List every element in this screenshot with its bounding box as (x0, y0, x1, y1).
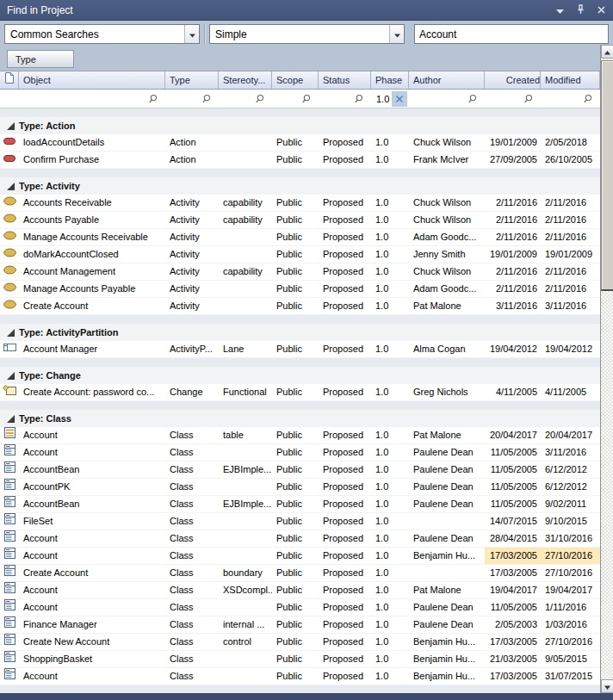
window-menu-button[interactable] (551, 3, 568, 18)
table-row[interactable]: AccountBeanClassEJBImple...PublicPropose… (0, 496, 600, 513)
table-row[interactable]: Manage Accounts PayableActivityPublicPro… (0, 281, 600, 298)
cell-status: Proposed (319, 651, 371, 667)
cell-stereotype (219, 599, 272, 616)
table-row[interactable]: AccountClassPublicProposed1.0Paulene Dea… (0, 530, 600, 548)
search-profile-combobox[interactable]: Simple (209, 24, 405, 44)
group-header[interactable]: Type: Action (0, 117, 600, 134)
filter-search-icon[interactable] (523, 94, 533, 103)
clear-phase-filter-button[interactable] (392, 91, 407, 107)
scrollbar-thumb[interactable] (601, 60, 613, 291)
column-header-icon[interactable] (0, 71, 19, 89)
phase-filter-value[interactable]: 1.0 (376, 94, 389, 104)
table-row[interactable]: Create AccountClassboundaryPublicPropose… (0, 565, 600, 582)
filter-cell-scope[interactable] (272, 90, 319, 108)
table-row[interactable]: Confirm PurchaseActionPublicProposed1.0F… (0, 152, 600, 169)
table-row[interactable]: AccountClassXSDcompl...PublicProposed1.0… (0, 582, 600, 599)
table-row[interactable]: AccountClasstablePublicProposed1.0Pat Ma… (0, 427, 600, 444)
group-header[interactable]: Type: Activity (0, 177, 600, 195)
filter-cell-created[interactable] (485, 90, 541, 108)
action-icon (3, 152, 15, 168)
table-row[interactable]: Account ManagementActivitycapabilityPubl… (0, 263, 600, 281)
cell-status: Proposed (319, 496, 371, 512)
cell-modified: 6/12/2012 (541, 479, 600, 495)
filter-cell-object[interactable] (19, 90, 165, 108)
group-header[interactable]: Type: ActivityPartition (0, 324, 600, 341)
column-header-created[interactable]: Created (485, 71, 541, 89)
table-row[interactable]: AccountBeanClassEJBImple...PublicPropose… (0, 462, 600, 479)
class-icon (4, 599, 15, 616)
filter-search-icon[interactable] (354, 94, 363, 103)
cell-status: Proposed (319, 444, 371, 461)
column-header-status[interactable]: Status (319, 71, 371, 89)
cell-author: Paulene Dean (409, 479, 485, 495)
cell-created: 11/05/2005 (485, 599, 541, 616)
cell-modified: 2/11/2016 (541, 281, 600, 297)
cell-status: Proposed (319, 565, 371, 581)
table-row[interactable]: Create AccountActivityPublicProposed1.0P… (0, 298, 600, 315)
column-header-scope[interactable]: Scope (272, 71, 319, 89)
group-by-chip-type[interactable]: Type (7, 50, 74, 68)
filter-search-icon[interactable] (255, 94, 264, 103)
filter-cell-type[interactable] (165, 90, 219, 108)
cell-stereotype (219, 548, 272, 564)
combo-dropdown-button[interactable] (389, 25, 404, 43)
cell-status: Proposed (319, 668, 371, 685)
table-row[interactable]: AccountClassPublicProposed1.0Benjamin Hu… (0, 548, 600, 565)
filter-search-icon[interactable] (201, 94, 211, 103)
table-row[interactable]: Create Account: password co...ChangeFunc… (0, 384, 600, 401)
table-row[interactable]: Create New AccountClasscontrolPublicProp… (0, 634, 600, 651)
cell-icon (0, 152, 19, 168)
class-icon (4, 668, 15, 685)
column-header-author[interactable]: Author (409, 71, 485, 89)
table-row[interactable]: FileSetClassPublicProposed1.014/07/20159… (0, 513, 600, 530)
filter-search-icon[interactable] (583, 94, 592, 103)
combo-dropdown-button[interactable] (184, 25, 199, 43)
column-header-modified[interactable]: Modified (541, 71, 600, 89)
group-header[interactable]: Type: Change (0, 367, 600, 384)
cell-type: Class (165, 616, 219, 633)
search-term-input[interactable] (414, 24, 609, 44)
cell-stereotype (219, 651, 272, 667)
cell-type: Action (165, 152, 219, 168)
filter-cell-author[interactable] (409, 90, 485, 108)
table-row[interactable]: AccountClassPublicProposed1.0Paulene Dea… (0, 599, 600, 616)
table-row[interactable]: Accounts PayableActivitycapabilityPublic… (0, 212, 600, 229)
table-row[interactable]: Accounts ReceivableActivitycapabilityPub… (0, 195, 600, 212)
table-row[interactable]: AccountClassPublicProposed1.0Benjamin Hu… (0, 668, 600, 685)
table-row[interactable]: Manage Accounts ReceivableActivityPublic… (0, 229, 600, 246)
filter-search-icon[interactable] (148, 94, 158, 103)
column-header-object[interactable]: Object (19, 71, 165, 89)
cell-modified: 2/11/2016 (541, 263, 600, 280)
search-category-combobox[interactable]: Common Searches (4, 24, 200, 44)
table-row[interactable]: AccountClassPublicProposed1.0Paulene Dea… (0, 444, 600, 462)
group-label: Type: Activity (19, 181, 80, 191)
vertical-scrollbar[interactable] (600, 45, 613, 693)
scroll-up-button[interactable] (601, 45, 613, 59)
column-header-type[interactable]: Type (165, 71, 219, 89)
filter-cell-status[interactable] (319, 90, 371, 108)
close-button[interactable] (592, 3, 610, 18)
cell-object: doMarkAccountClosed (19, 246, 165, 263)
table-row[interactable]: AccountPKClassPublicProposed1.0Paulene D… (0, 479, 600, 496)
filter-cell-phase[interactable]: 1.0 (371, 90, 409, 108)
filter-search-icon[interactable] (301, 94, 311, 103)
filter-search-icon[interactable] (467, 94, 477, 103)
table-row[interactable]: Finance ManagerClassinternal ...PublicPr… (0, 616, 600, 634)
activity-icon (3, 281, 16, 297)
column-header-stereotype[interactable]: Stereoty... (219, 71, 272, 89)
table-row[interactable]: loadAccountDetailsActionPublicProposed1.… (0, 134, 600, 152)
cell-scope: Public (272, 281, 319, 297)
cell-stereotype (219, 229, 272, 245)
scroll-down-button[interactable] (601, 679, 613, 693)
filter-cell-modified[interactable] (541, 90, 600, 108)
table-row[interactable]: ShoppingBasketClassPublicProposed1.0Benj… (0, 651, 600, 668)
cell-object: Account Management (19, 263, 165, 280)
filter-cell-stereotype[interactable] (219, 90, 272, 108)
auto-hide-pin-button[interactable] (572, 3, 589, 18)
action-icon (3, 134, 15, 151)
group-header[interactable]: Type: Class (0, 410, 600, 427)
table-row[interactable]: Account ManagerActivityP...LanePublicPro… (0, 341, 600, 358)
table-row[interactable]: doMarkAccountClosedActivityPublicPropose… (0, 246, 600, 263)
column-header-phase[interactable]: Phase (371, 71, 409, 89)
cell-icon (0, 634, 19, 650)
